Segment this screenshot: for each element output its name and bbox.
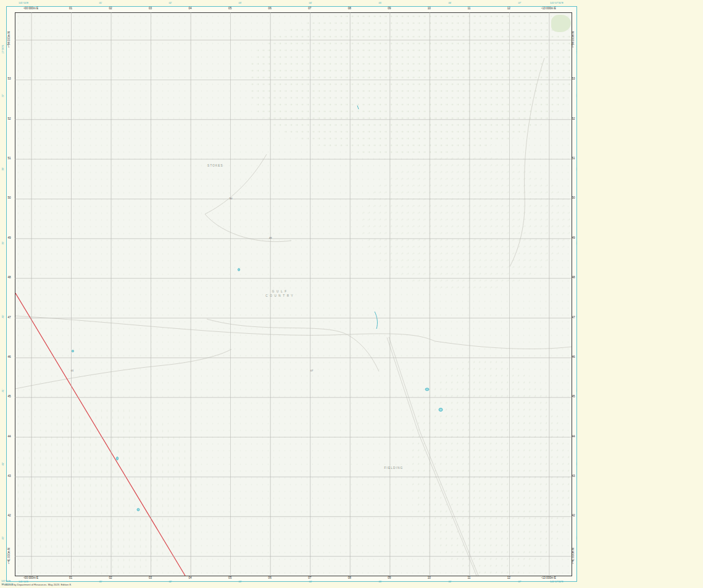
graticule-label-left: 37' [2,94,5,97]
graticule-label-left: 17°36'S [2,45,5,54]
graticule-label-left: 41' [2,389,5,392]
graticule-label-left: 42' [2,462,5,465]
graticule-label-top: 05' [378,2,381,5]
map-sheet: ⁵00 000m E⁵00 000m E01010202030304040505… [0,0,577,588]
qtopo-map-sheet: ⁵00 000m E⁵00 000m E01010202030304040505… [0,0,703,588]
graticule-label-top: 141°00'E [19,2,28,5]
graticule-label-top: 01' [99,2,102,5]
map-canvas [15,12,572,576]
graticule-label-left: 39' [2,241,5,244]
graticule-label-top: 02' [168,2,172,5]
map-credit: Produced by Department of Resources. May… [2,583,72,586]
graticule-label-top: 03' [238,2,241,5]
legend-panel: QTOPO 7160-44 [577,0,703,588]
graticule-label-left: 38' [2,167,5,170]
graticule-label-top: 07' [518,2,521,5]
map-linework [15,13,572,576]
graticule-frame [6,6,577,582]
graticule-label-top: 04' [309,2,312,5]
graticule-label-top: 141°07'30"E [550,2,564,5]
graticule-label-top: 06' [448,2,451,5]
graticule-label-left: 43' [2,536,5,539]
graticule-label-left: 40' [2,315,5,318]
major-road [15,293,185,576]
